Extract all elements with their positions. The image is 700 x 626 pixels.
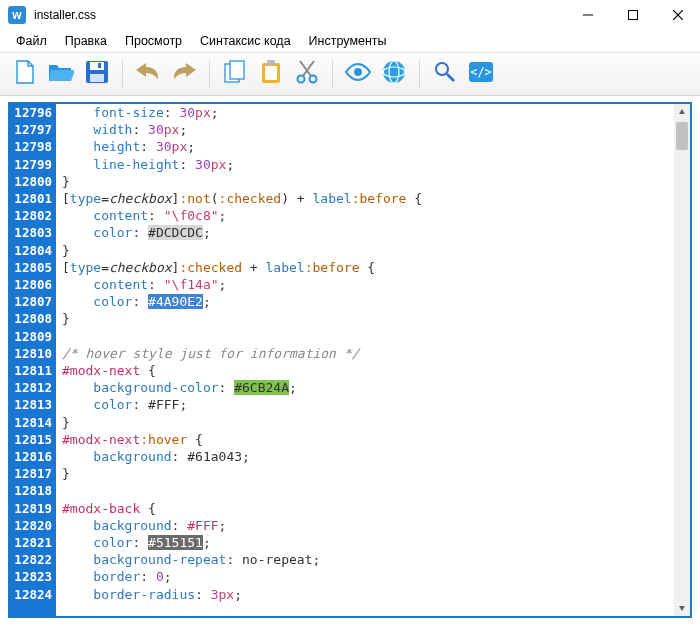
menu-bar: ФайлПравкаПросмотрСинтаксис кодаИнструме… [0,30,700,52]
open-file-button[interactable] [46,59,76,89]
toolbar-separator [332,60,333,88]
code-line[interactable]: color: #DCDCDC; [56,224,211,241]
line-number: 12809 [10,328,56,345]
code-line[interactable]: font-size: 30px; [56,104,219,121]
cut-button[interactable] [292,59,322,89]
code-line[interactable]: color: #515151; [56,534,211,551]
code-line[interactable]: color: #FFF; [56,396,187,413]
code-line[interactable]: content: "\f0c8"; [56,207,226,224]
html-tag-icon: </> [469,62,493,86]
code-line[interactable]: /* hover style just for information */ [56,345,359,362]
code-line[interactable]: } [56,173,70,190]
svg-rect-9 [230,61,244,79]
code-line[interactable]: [type=checkbox]:checked + label:before { [56,259,375,276]
code-line[interactable]: [type=checkbox]:not(:checked) + label:be… [56,190,422,207]
redo-icon [172,63,196,85]
paste-button[interactable] [256,59,286,89]
code-line[interactable]: #modx-next { [56,362,156,379]
window-title: installer.css [34,8,565,22]
line-number: 12796 [10,104,56,121]
svg-rect-5 [90,62,104,70]
code-line[interactable]: background: #61a043; [56,448,250,465]
toolbar: </> [0,52,700,96]
undo-icon [136,63,160,85]
line-number: 12804 [10,242,56,259]
toolbar-separator [122,60,123,88]
close-button[interactable] [655,0,700,30]
line-number: 12810 [10,345,56,362]
code-line[interactable]: line-height: 30px; [56,156,234,173]
browser-button[interactable] [379,59,409,89]
minimize-button[interactable] [565,0,610,30]
code-line[interactable]: background: #FFF; [56,517,226,534]
line-number: 12801 [10,190,56,207]
menu-item-2[interactable]: Просмотр [117,32,190,50]
scroll-thumb[interactable] [676,122,688,150]
menu-item-0[interactable]: Файл [8,32,55,50]
scroll-up-icon[interactable] [674,104,690,120]
line-number: 12807 [10,293,56,310]
line-number: 12824 [10,586,56,603]
menu-item-3[interactable]: Синтаксис кода [192,32,299,50]
code-editor[interactable]: 1279612797127981279912800128011280212803… [8,102,692,618]
redo-button[interactable] [169,59,199,89]
app-icon: w [8,6,26,24]
code-line[interactable]: #modx-back { [56,500,156,517]
line-number: 12803 [10,224,56,241]
line-number: 12814 [10,414,56,431]
line-number: 12800 [10,173,56,190]
search-button[interactable] [430,59,460,89]
undo-button[interactable] [133,59,163,89]
code-area[interactable]: font-size: 30px; width: 30px; height: 30… [56,104,674,616]
line-number: 12806 [10,276,56,293]
line-number: 12805 [10,259,56,276]
menu-item-4[interactable]: Инструменты [301,32,395,50]
menu-item-1[interactable]: Правка [57,32,115,50]
copy-button[interactable] [220,59,250,89]
line-number: 12817 [10,465,56,482]
code-line[interactable]: } [56,310,70,327]
code-line[interactable]: width: 30px; [56,121,187,138]
line-number: 12799 [10,156,56,173]
copy-icon [224,60,246,88]
svg-line-20 [447,74,454,81]
code-line[interactable]: color: #4A90E2; [56,293,211,310]
line-number: 12815 [10,431,56,448]
line-number: 12808 [10,310,56,327]
code-line[interactable]: height: 30px; [56,138,195,155]
browser-icon [382,60,406,88]
html-tag-button[interactable]: </> [466,59,496,89]
svg-rect-6 [90,74,104,82]
line-number: 12819 [10,500,56,517]
preview-button[interactable] [343,59,373,89]
code-line[interactable]: border-radius: 3px; [56,586,242,603]
svg-point-15 [354,68,362,76]
line-number: 12820 [10,517,56,534]
code-line[interactable]: border: 0; [56,568,172,585]
toolbar-separator [209,60,210,88]
svg-rect-11 [265,66,277,80]
line-number: 12797 [10,121,56,138]
code-line[interactable]: } [56,242,70,259]
maximize-button[interactable] [610,0,655,30]
new-file-button[interactable] [10,59,40,89]
vertical-scrollbar[interactable] [674,104,690,616]
svg-point-16 [383,61,405,83]
code-line[interactable]: background-repeat: no-repeat; [56,551,320,568]
line-number: 12811 [10,362,56,379]
code-line[interactable]: #modx-next:hover { [56,431,203,448]
svg-point-14 [310,76,317,83]
line-number: 12813 [10,396,56,413]
line-number: 12802 [10,207,56,224]
scroll-down-icon[interactable] [674,600,690,616]
line-number-gutter: 1279612797127981279912800128011280212803… [10,104,56,616]
code-line[interactable]: } [56,414,70,431]
save-button[interactable] [82,59,112,89]
svg-rect-7 [98,63,101,68]
new-file-icon [14,60,36,88]
code-line[interactable]: background-color: #6CB24A; [56,379,297,396]
code-line[interactable]: content: "\f14a"; [56,276,226,293]
svg-point-19 [436,63,448,75]
line-number: 12818 [10,482,56,499]
code-line[interactable]: } [56,465,70,482]
